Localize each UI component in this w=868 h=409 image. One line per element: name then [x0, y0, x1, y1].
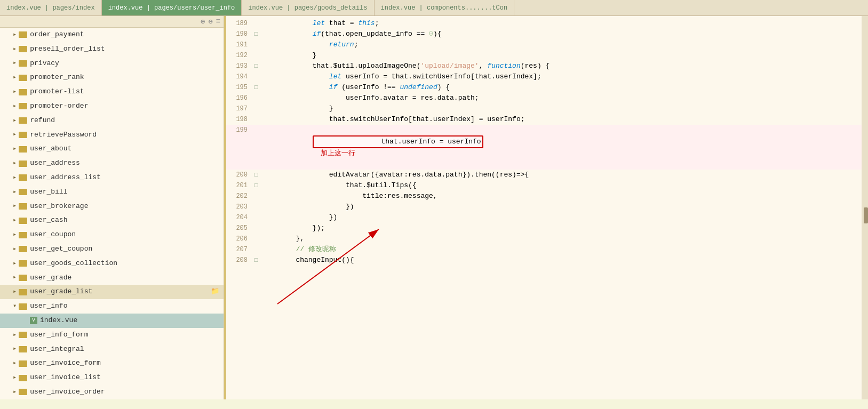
folder-arrow-icon: [13, 58, 17, 68]
sidebar-item-user-invoice-order[interactable]: user_invoice_order: [0, 385, 224, 399]
sidebar-item-user-integral[interactable]: user_integral: [0, 342, 224, 357]
line-content: that.$util.Tips({: [260, 180, 862, 191]
sidebar-item-user-cash[interactable]: user_cash: [0, 213, 224, 228]
line-number: 204: [226, 212, 252, 223]
folder-icon-shape: [19, 132, 27, 138]
sidebar-item-refund[interactable]: refund: [0, 114, 224, 128]
folder-icon-shape: [19, 174, 27, 181]
folder-icon-shape: [19, 332, 27, 338]
line-content: that.switchUserInfo[that.userIndex] = us…: [260, 114, 862, 125]
line-content: },: [260, 234, 862, 244]
line-content: return;: [260, 39, 862, 50]
folder-icon-shape: [19, 246, 27, 252]
code-line-194: 194 let userInfo = that.switchUserInfo[t…: [226, 71, 862, 82]
sidebar-item-promoter-list[interactable]: promoter-list: [0, 85, 224, 99]
folder-icon-shape: [19, 218, 27, 224]
line-number: 194: [226, 71, 252, 82]
folder-icon-shape: [19, 161, 27, 167]
line-number: 193: [226, 61, 252, 71]
line-gutter: □: [252, 170, 260, 180]
sidebar-label: user_about: [30, 143, 71, 155]
sidebar-item-user-grade[interactable]: user_grade: [0, 271, 224, 285]
tab-bar: index.vue | pages/index index.vue | page…: [0, 0, 868, 16]
folder-arrow-icon: [13, 44, 17, 54]
tab-pages-index[interactable]: index.vue | pages/index: [0, 0, 102, 15]
tab-goods-details[interactable]: index.vue | pages/goods_details: [242, 0, 374, 15]
sidebar: ⊕ ⊖ ≡ order_payment presell_order_list p…: [0, 16, 224, 399]
line-gutter: □: [252, 82, 260, 93]
sidebar-item-retrieve-password[interactable]: retrievePassword: [0, 128, 224, 142]
sidebar-label: user_integral: [30, 344, 84, 355]
sidebar-label: presell_order_list: [30, 44, 105, 55]
sidebar-item-user-brokerage[interactable]: user_brokerage: [0, 199, 224, 214]
code-line-199: 199 that.userInfo = userInfo 加上这一行: [226, 125, 862, 170]
line-number: 196: [226, 93, 252, 103]
scrollbar-thumb[interactable]: [864, 207, 868, 223]
code-editor: 189 let that = this; 190 □ if(that.open_…: [224, 16, 862, 399]
sidebar-item-index-vue[interactable]: V index.vue: [0, 314, 224, 328]
line-content: }): [260, 212, 862, 223]
right-scrollbar[interactable]: [862, 16, 868, 399]
sidebar-label: promoter-list: [30, 86, 84, 98]
sidebar-item-user-info-form[interactable]: user_info_form: [0, 328, 224, 342]
code-line-203: 203 }): [226, 202, 862, 212]
expand-icon[interactable]: ⊕: [201, 17, 205, 26]
sidebar-item-user-invoice-form[interactable]: user_invoice_form: [0, 356, 224, 371]
sidebar-label: privacy: [30, 58, 59, 69]
collapse-icon[interactable]: ⊖: [208, 17, 212, 26]
line-number: 190: [226, 29, 252, 39]
line-content: let userInfo = that.switchUserInfo[that.…: [260, 71, 862, 82]
sidebar-item-user-goods-collection[interactable]: user_goods_collection: [0, 256, 224, 271]
sidebar-item-user-grade-list[interactable]: user_grade_list 📁: [0, 285, 224, 299]
sidebar-label: user_coupon: [30, 229, 76, 240]
sidebar-item-user-get-coupon[interactable]: user_get_coupon: [0, 242, 224, 256]
line-number: 201: [226, 180, 252, 191]
sidebar-label: index.vue: [40, 315, 77, 326]
line-number: 206: [226, 234, 252, 244]
folder-icon-shape: [19, 275, 27, 281]
more-icon[interactable]: ≡: [216, 17, 220, 26]
folder-open-arrow: ▾: [13, 301, 17, 311]
line-number: 205: [226, 223, 252, 234]
sidebar-label: refund: [30, 115, 55, 126]
folder-arrow-icon: [13, 30, 17, 40]
sidebar-label: user_cash: [30, 215, 67, 226]
sidebar-item-privacy[interactable]: privacy: [0, 57, 224, 71]
sidebar-label: user_grade: [30, 272, 71, 284]
code-line-205: 205 });: [226, 223, 862, 234]
folder-arrow-icon: [13, 287, 17, 297]
line-content: }: [260, 50, 862, 61]
sidebar-item-user-coupon[interactable]: user_coupon: [0, 228, 224, 242]
sidebar-label: order_payment: [30, 29, 84, 41]
sidebar-item-user-address[interactable]: user_address: [0, 156, 224, 171]
line-content: // 修改昵称: [260, 244, 862, 255]
folder-arrow-icon: [13, 87, 17, 97]
sidebar-item-user-info[interactable]: ▾ user_info: [0, 299, 224, 314]
sidebar-item-promoter-order[interactable]: promoter-order: [0, 99, 224, 114]
folder-arrow-icon: [13, 101, 17, 111]
line-number: 189: [226, 18, 252, 29]
sidebar-item-user-bill[interactable]: user_bill: [0, 185, 224, 199]
sidebar-item-user-invoice-list[interactable]: user_invoice_list: [0, 371, 224, 385]
tab-users-user-info[interactable]: index.vue | pages/users/user_info: [102, 0, 242, 15]
code-line-208: 208 □ changeInput(){: [226, 255, 862, 266]
line-content: changeInput(){: [260, 255, 862, 266]
line-gutter: □: [252, 61, 260, 71]
sidebar-item-user-about[interactable]: user_about: [0, 142, 224, 156]
folder-icon-shape: [19, 389, 27, 395]
sidebar-item-order-payment[interactable]: order_payment: [0, 28, 224, 42]
line-number: 192: [226, 50, 252, 61]
line-number: 198: [226, 114, 252, 125]
tab-components[interactable]: index.vue | components.......tCon: [375, 0, 515, 15]
line-content: that.$util.uploadImageOne('upload/image'…: [260, 61, 862, 71]
sidebar-label: promoter-order: [30, 101, 88, 112]
folder-arrow-icon: [13, 201, 17, 211]
sidebar-item-promoter-rank[interactable]: promoter_rank: [0, 70, 224, 85]
code-area: 189 let that = this; 190 □ if(that.open_…: [224, 16, 862, 268]
folder-icon-shape: [19, 346, 27, 352]
sidebar-item-presell-order-list[interactable]: presell_order_list: [0, 42, 224, 57]
sidebar-item-user-address-list[interactable]: user_address_list: [0, 171, 224, 185]
app-container: index.vue | pages/index index.vue | page…: [0, 0, 868, 399]
sidebar-label: user_address_list: [30, 172, 101, 183]
code-line-198: 198 that.switchUserInfo[that.userIndex] …: [226, 114, 862, 125]
